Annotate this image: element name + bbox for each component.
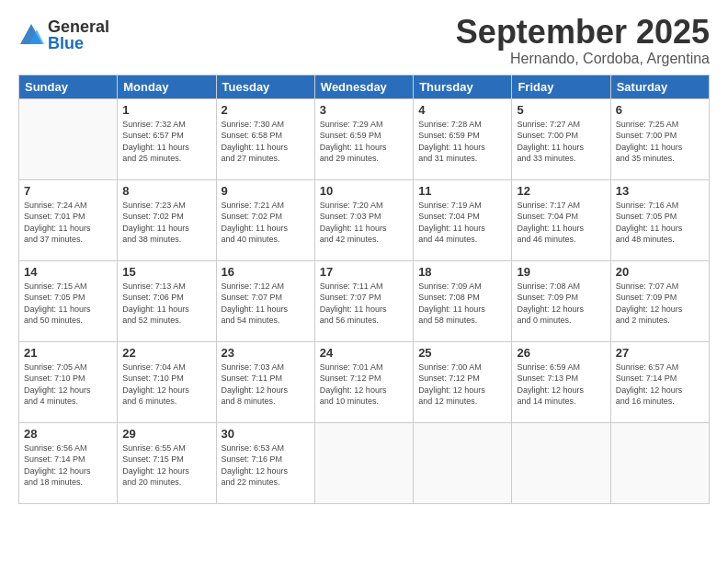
day-info: Sunrise: 7:21 AM Sunset: 7:02 PM Dayligh…: [222, 200, 310, 246]
day-info: Sunrise: 6:57 AM Sunset: 7:14 PM Dayligh…: [616, 362, 704, 408]
table-row: [512, 422, 610, 503]
page: General Blue September 2025 Hernando, Co…: [0, 0, 728, 563]
header-wednesday: Wednesday: [314, 75, 413, 98]
title-area: September 2025 Hernando, Cordoba, Argent…: [456, 14, 710, 67]
day-number: 9: [222, 184, 310, 198]
table-row: 17Sunrise: 7:11 AM Sunset: 7:07 PM Dayli…: [314, 260, 413, 341]
day-number: 20: [616, 265, 704, 279]
day-number: 27: [616, 346, 704, 360]
table-row: 5Sunrise: 7:27 AM Sunset: 7:00 PM Daylig…: [512, 98, 610, 179]
calendar-week-4: 28Sunrise: 6:56 AM Sunset: 7:14 PM Dayli…: [19, 422, 710, 503]
day-number: 13: [616, 184, 704, 198]
day-info: Sunrise: 7:28 AM Sunset: 6:59 PM Dayligh…: [418, 119, 506, 165]
day-number: 3: [320, 103, 408, 117]
header-friday: Friday: [512, 75, 610, 98]
day-number: 30: [222, 427, 310, 441]
day-number: 14: [24, 265, 112, 279]
table-row: 12Sunrise: 7:17 AM Sunset: 7:04 PM Dayli…: [512, 179, 610, 260]
header: General Blue September 2025 Hernando, Co…: [18, 14, 710, 67]
table-row: [610, 422, 709, 503]
day-number: 7: [24, 184, 112, 198]
table-row: 6Sunrise: 7:25 AM Sunset: 7:00 PM Daylig…: [610, 98, 709, 179]
table-row: 9Sunrise: 7:21 AM Sunset: 7:02 PM Daylig…: [216, 179, 314, 260]
day-number: 15: [122, 265, 210, 279]
logo-blue: Blue: [48, 35, 109, 52]
table-row: 8Sunrise: 7:23 AM Sunset: 7:02 PM Daylig…: [118, 179, 216, 260]
header-tuesday: Tuesday: [216, 75, 314, 98]
table-row: 19Sunrise: 7:08 AM Sunset: 7:09 PM Dayli…: [512, 260, 610, 341]
table-row: 23Sunrise: 7:03 AM Sunset: 7:11 PM Dayli…: [216, 341, 314, 422]
day-number: 23: [222, 346, 310, 360]
day-info: Sunrise: 7:09 AM Sunset: 7:08 PM Dayligh…: [418, 281, 506, 327]
day-number: 18: [418, 265, 506, 279]
table-row: [414, 422, 512, 503]
day-number: 24: [320, 346, 408, 360]
table-row: 28Sunrise: 6:56 AM Sunset: 7:14 PM Dayli…: [19, 422, 118, 503]
table-row: 11Sunrise: 7:19 AM Sunset: 7:04 PM Dayli…: [414, 179, 512, 260]
table-row: 30Sunrise: 6:53 AM Sunset: 7:16 PM Dayli…: [216, 422, 314, 503]
table-row: 15Sunrise: 7:13 AM Sunset: 7:06 PM Dayli…: [118, 260, 216, 341]
day-number: 8: [122, 184, 210, 198]
day-info: Sunrise: 7:19 AM Sunset: 7:04 PM Dayligh…: [418, 200, 506, 246]
table-row: 3Sunrise: 7:29 AM Sunset: 6:59 PM Daylig…: [314, 98, 413, 179]
day-number: 26: [517, 346, 605, 360]
day-info: Sunrise: 6:59 AM Sunset: 7:13 PM Dayligh…: [517, 362, 605, 408]
table-row: 26Sunrise: 6:59 AM Sunset: 7:13 PM Dayli…: [512, 341, 610, 422]
calendar-week-3: 21Sunrise: 7:05 AM Sunset: 7:10 PM Dayli…: [19, 341, 710, 422]
day-info: Sunrise: 7:07 AM Sunset: 7:09 PM Dayligh…: [616, 281, 704, 327]
day-info: Sunrise: 7:27 AM Sunset: 7:00 PM Dayligh…: [517, 119, 605, 165]
day-info: Sunrise: 7:12 AM Sunset: 7:07 PM Dayligh…: [222, 281, 310, 327]
table-row: 13Sunrise: 7:16 AM Sunset: 7:05 PM Dayli…: [610, 179, 709, 260]
table-row: 10Sunrise: 7:20 AM Sunset: 7:03 PM Dayli…: [314, 179, 413, 260]
day-number: 10: [320, 184, 408, 198]
day-info: Sunrise: 7:20 AM Sunset: 7:03 PM Dayligh…: [320, 200, 408, 246]
day-number: 22: [122, 346, 210, 360]
day-number: 2: [222, 103, 310, 117]
day-info: Sunrise: 7:32 AM Sunset: 6:57 PM Dayligh…: [122, 119, 210, 165]
table-row: 7Sunrise: 7:24 AM Sunset: 7:01 PM Daylig…: [19, 179, 118, 260]
day-info: Sunrise: 7:00 AM Sunset: 7:12 PM Dayligh…: [418, 362, 506, 408]
day-info: Sunrise: 7:01 AM Sunset: 7:12 PM Dayligh…: [320, 362, 408, 408]
logo-general: General: [48, 18, 109, 35]
calendar-week-0: 1Sunrise: 7:32 AM Sunset: 6:57 PM Daylig…: [19, 98, 710, 179]
table-row: 27Sunrise: 6:57 AM Sunset: 7:14 PM Dayli…: [610, 341, 709, 422]
day-number: 25: [418, 346, 506, 360]
calendar-week-1: 7Sunrise: 7:24 AM Sunset: 7:01 PM Daylig…: [19, 179, 710, 260]
day-info: Sunrise: 6:55 AM Sunset: 7:15 PM Dayligh…: [122, 442, 210, 488]
table-row: [19, 98, 118, 179]
table-row: 1Sunrise: 7:32 AM Sunset: 6:57 PM Daylig…: [118, 98, 216, 179]
table-row: 21Sunrise: 7:05 AM Sunset: 7:10 PM Dayli…: [19, 341, 118, 422]
calendar-table: Sunday Monday Tuesday Wednesday Thursday…: [18, 75, 710, 504]
table-row: 20Sunrise: 7:07 AM Sunset: 7:09 PM Dayli…: [610, 260, 709, 341]
day-number: 28: [24, 427, 112, 441]
day-info: Sunrise: 7:05 AM Sunset: 7:10 PM Dayligh…: [24, 362, 112, 408]
header-sunday: Sunday: [19, 75, 118, 98]
table-row: 4Sunrise: 7:28 AM Sunset: 6:59 PM Daylig…: [414, 98, 512, 179]
day-info: Sunrise: 7:11 AM Sunset: 7:07 PM Dayligh…: [320, 281, 408, 327]
header-thursday: Thursday: [414, 75, 512, 98]
day-number: 17: [320, 265, 408, 279]
header-saturday: Saturday: [610, 75, 709, 98]
day-number: 19: [517, 265, 605, 279]
day-number: 1: [122, 103, 210, 117]
day-info: Sunrise: 7:13 AM Sunset: 7:06 PM Dayligh…: [122, 281, 210, 327]
day-number: 29: [122, 427, 210, 441]
day-info: Sunrise: 7:04 AM Sunset: 7:10 PM Dayligh…: [122, 362, 210, 408]
calendar-header-row: Sunday Monday Tuesday Wednesday Thursday…: [19, 75, 710, 98]
table-row: 14Sunrise: 7:15 AM Sunset: 7:05 PM Dayli…: [19, 260, 118, 341]
table-row: 24Sunrise: 7:01 AM Sunset: 7:12 PM Dayli…: [314, 341, 413, 422]
month-title: September 2025: [456, 14, 710, 51]
logo: General Blue: [18, 18, 109, 52]
calendar-week-2: 14Sunrise: 7:15 AM Sunset: 7:05 PM Dayli…: [19, 260, 710, 341]
day-info: Sunrise: 7:30 AM Sunset: 6:58 PM Dayligh…: [222, 119, 310, 165]
day-info: Sunrise: 7:03 AM Sunset: 7:11 PM Dayligh…: [222, 362, 310, 408]
day-info: Sunrise: 7:17 AM Sunset: 7:04 PM Dayligh…: [517, 200, 605, 246]
table-row: 2Sunrise: 7:30 AM Sunset: 6:58 PM Daylig…: [216, 98, 314, 179]
day-info: Sunrise: 7:15 AM Sunset: 7:05 PM Dayligh…: [24, 281, 112, 327]
day-number: 16: [222, 265, 310, 279]
logo-icon: [18, 22, 44, 48]
day-number: 4: [418, 103, 506, 117]
table-row: 25Sunrise: 7:00 AM Sunset: 7:12 PM Dayli…: [414, 341, 512, 422]
day-number: 21: [24, 346, 112, 360]
location: Hernando, Cordoba, Argentina: [456, 51, 710, 67]
